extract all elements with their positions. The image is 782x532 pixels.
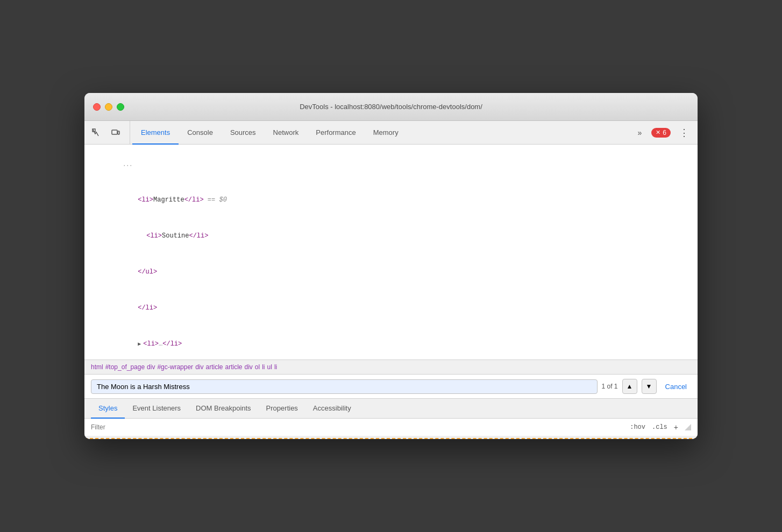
more-tabs-icon[interactable]: » (632, 125, 647, 140)
breadcrumb-item[interactable]: li (274, 363, 277, 371)
cls-button[interactable]: .cls (652, 423, 667, 431)
breadcrumb-item[interactable]: div (147, 363, 155, 371)
breadcrumb-item[interactable]: ul (267, 363, 272, 371)
title-bar: DevTools - localhost:8080/web/tools/chro… (84, 93, 698, 121)
breadcrumb-item[interactable]: html (91, 363, 103, 371)
svg-rect-1 (112, 130, 117, 134)
traffic-lights (93, 103, 124, 111)
search-count: 1 of 1 (602, 383, 618, 390)
breadcrumb-item[interactable]: article (205, 363, 223, 371)
styles-panel: :hov .cls + (84, 419, 698, 436)
breadcrumb-item[interactable]: li (262, 363, 265, 371)
dom-line[interactable]: <li>Magritte</li> == $0 (84, 183, 698, 219)
dom-line[interactable]: </li> (84, 290, 698, 326)
dom-line[interactable]: </ul> (84, 254, 698, 290)
svg-rect-2 (118, 131, 119, 134)
tab-bar-tools (89, 121, 130, 144)
breadcrumb-item[interactable]: article (225, 363, 242, 371)
devtools-window: DevTools - localhost:8080/web/tools/chro… (84, 93, 698, 439)
tab-accessibility[interactable]: Accessibility (305, 399, 359, 419)
dom-panel: ... <li>Magritte</li> == $0 <li>Soutine<… (84, 145, 698, 360)
settings-icon[interactable]: ⋮ (675, 125, 693, 141)
expand-icon[interactable]: ▶ (138, 341, 141, 347)
tab-properties[interactable]: Properties (259, 399, 305, 419)
maximize-button[interactable] (117, 103, 124, 111)
bottom-panel: Styles Event Listeners DOM Breakpoints P… (84, 399, 698, 439)
error-count: 6 (663, 129, 666, 136)
breadcrumb-item[interactable]: #gc-wrapper (157, 363, 193, 371)
minimize-button[interactable] (105, 103, 112, 111)
breadcrumb-item[interactable]: div (195, 363, 203, 371)
dashed-border-decoration (84, 438, 698, 439)
inspect-icon[interactable] (89, 125, 104, 140)
tab-memory[interactable]: Memory (365, 121, 407, 145)
tab-sources[interactable]: Sources (222, 121, 265, 145)
window-title: DevTools - localhost:8080/web/tools/chro… (300, 103, 482, 111)
error-x-icon: ✕ (656, 129, 660, 136)
cancel-button[interactable]: Cancel (661, 380, 691, 393)
filter-input[interactable] (91, 423, 623, 431)
search-prev-button[interactable]: ▲ (622, 379, 637, 394)
breadcrumb-item[interactable]: ol (255, 363, 260, 371)
add-style-button[interactable]: + (674, 423, 678, 432)
device-toggle-icon[interactable] (108, 125, 123, 140)
dom-line[interactable]: ▶<li>…</li> (84, 326, 698, 360)
panel-tabs: Styles Event Listeners DOM Breakpoints P… (84, 399, 698, 419)
error-badge: ✕ 6 (651, 128, 671, 138)
tab-dom-breakpoints[interactable]: DOM Breakpoints (188, 399, 259, 419)
tab-bar: Elements Console Sources Network Perform… (84, 121, 698, 145)
tab-elements[interactable]: Elements (132, 121, 179, 145)
search-next-button[interactable]: ▼ (642, 379, 657, 394)
search-input[interactable] (91, 379, 598, 394)
tab-console[interactable]: Console (179, 121, 222, 145)
resize-handle[interactable] (685, 424, 691, 430)
close-button[interactable] (93, 103, 101, 111)
breadcrumb: html #top_of_page div #gc-wrapper div ar… (84, 360, 698, 375)
tab-network[interactable]: Network (265, 121, 308, 145)
breadcrumb-item[interactable]: div (245, 363, 253, 371)
breadcrumb-item[interactable]: #top_of_page (105, 363, 145, 371)
tab-bar-right: » ✕ 6 ⋮ (632, 121, 693, 144)
search-bar: 1 of 1 ▲ ▼ Cancel (84, 375, 698, 399)
hov-button[interactable]: :hov (630, 423, 645, 431)
dom-dots: ... (84, 147, 698, 183)
dom-line[interactable]: <li>Soutine</li> (84, 219, 698, 255)
tab-event-listeners[interactable]: Event Listeners (125, 399, 188, 419)
tab-styles[interactable]: Styles (91, 399, 125, 419)
tab-performance[interactable]: Performance (307, 121, 364, 145)
